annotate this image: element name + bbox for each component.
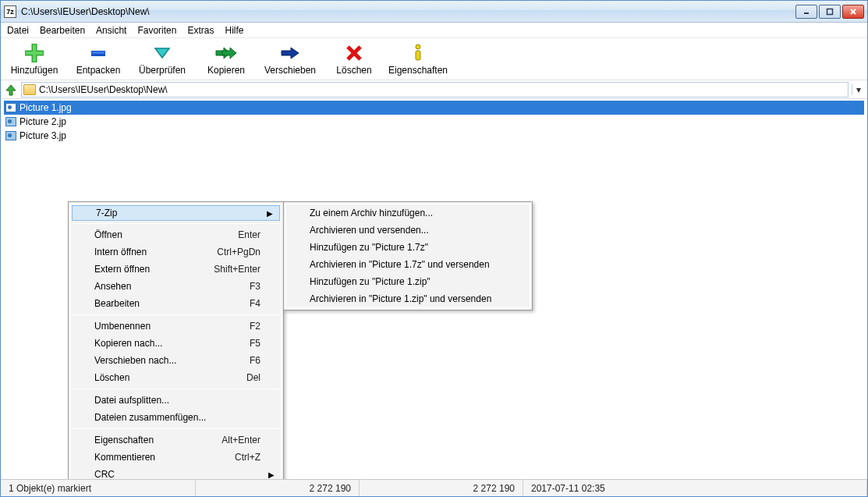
ctx-edit[interactable]: Bearbeiten F4 [71,295,281,312]
titlebar[interactable]: 7z C:\Users\IEUser\Desktop\New\ [1,1,867,23]
folder-icon [23,84,36,95]
file-row[interactable]: Picture 2.jp [4,115,864,129]
add-button[interactable]: Hinzufügen [2,40,66,79]
menu-extras[interactable]: Extras [187,25,214,36]
ctx-label: Datei aufsplitten... [94,395,169,406]
svg-rect-5 [92,51,105,54]
ctx-add-to-7z[interactable]: Hinzufügen zu "Picture 1.7z" [286,239,530,256]
ctx-combine[interactable]: Dateien zusammenfügen... [71,409,281,426]
ctx-label: Archivieren und versenden... [310,225,429,236]
image-file-icon [5,117,16,126]
move-label: Verschieben [264,65,316,76]
ctx-delete[interactable]: Löschen Del [71,369,281,386]
ctx-label: Intern öffnen [94,247,147,257]
copy-button[interactable]: Kopieren [194,40,258,79]
ctx-label: Kopieren nach... [94,338,162,349]
svg-point-12 [416,44,420,49]
path-dropdown-button[interactable]: ▾ [852,84,864,95]
menu-help[interactable]: Hilfe [225,25,243,36]
menubar: Datei Bearbeiten Ansicht Favoriten Extra… [1,23,867,38]
chevron-down-icon: ▾ [856,84,861,95]
ctx-label: Umbenennen [94,321,151,332]
ctx-shortcut: F2 [250,321,260,332]
properties-button[interactable]: Eigenschaften [386,40,450,79]
delete-label: Löschen [336,65,371,76]
ctx-7zip[interactable]: 7-Zip ▶ [72,205,280,221]
file-name: Picture 2.jp [19,116,66,127]
test-button[interactable]: Überprüfen [130,40,194,79]
menu-file[interactable]: Datei [7,25,29,36]
ctx-label: CRC [94,469,115,479]
ctx-split[interactable]: Datei aufsplitten... [71,392,281,409]
ctx-label: Bearbeiten [94,298,140,309]
separator [73,223,279,224]
info-icon [409,43,427,63]
ctx-label: Zu einem Archiv hinzufügen... [310,208,433,218]
app-icon: 7z [4,5,16,18]
ctx-shortcut: F5 [250,338,260,349]
ctx-shortcut: F3 [250,281,260,292]
file-row[interactable]: Picture 3.jp [4,129,864,143]
properties-label: Eigenschaften [388,65,448,76]
status-selection: 1 Objekt(e) markiert [1,480,196,496]
move-arrow-icon [280,43,300,63]
ctx-open-outside[interactable]: Extern öffnen Shift+Enter [71,261,281,278]
move-button[interactable]: Verschieben [258,40,322,79]
minus-icon [89,43,108,63]
file-name: Picture 3.jp [19,130,66,141]
file-row[interactable]: Picture 1.jpg [4,101,864,115]
ctx-add-to-archive[interactable]: Zu einem Archiv hinzufügen... [286,204,530,222]
ctx-compress-zip-email[interactable]: Archivieren in "Picture 1.zip" und verse… [286,290,530,307]
ctx-comment[interactable]: Kommentieren Ctrl+Z [71,449,281,466]
svg-marker-9 [282,48,299,59]
ctx-label: Archivieren in "Picture 1.zip" und verse… [310,293,491,304]
window-controls [795,5,864,19]
ctx-rename[interactable]: Umbenennen F2 [71,318,281,335]
minimize-icon [802,8,810,16]
extract-label: Entpacken [76,65,121,76]
maximize-icon [826,8,834,16]
svg-marker-14 [6,85,16,95]
statusbar: 1 Objekt(e) markiert 2 272 190 2 272 190… [1,479,867,496]
extract-button[interactable]: Entpacken [66,40,130,79]
close-icon [849,8,857,16]
check-down-icon [153,43,172,63]
ctx-label: Dateien zusammenfügen... [94,412,206,423]
minimize-button[interactable] [795,5,817,19]
file-list[interactable]: Picture 1.jpg Picture 2.jp Picture 3.jp … [1,99,867,479]
ctx-label: Kommentieren [94,452,155,463]
path-combobox[interactable]: C:\Users\IEUser\Desktop\New\ [21,82,849,98]
status-size-2: 2 272 190 [360,480,523,496]
ctx-move-to[interactable]: Verschieben nach... F6 [71,352,281,369]
ctx-shortcut: Shift+Enter [214,264,260,275]
ctx-copy-to[interactable]: Kopieren nach... F5 [71,335,281,352]
ctx-label: Hinzufügen zu "Picture 1.zip" [310,276,430,287]
up-button[interactable] [4,83,18,97]
copy-label: Kopieren [207,65,245,76]
close-button[interactable] [842,5,864,19]
menu-edit[interactable]: Bearbeiten [40,25,85,36]
ctx-compress-7z-email[interactable]: Archivieren in "Picture 1.7z" und versen… [286,256,530,273]
svg-rect-1 [827,9,833,14]
ctx-crc[interactable]: CRC ▶ [71,466,281,479]
ctx-view[interactable]: Ansehen F3 [71,278,281,295]
ctx-shortcut: Enter [238,229,260,240]
plus-icon [25,43,44,63]
ctx-open[interactable]: Öffnen Enter [71,226,281,243]
test-label: Überprüfen [139,65,186,76]
ctx-shortcut: Alt+Enter [221,435,260,446]
ctx-compress-email[interactable]: Archivieren und versenden... [286,222,530,239]
path-text: C:\Users\IEUser\Desktop\New\ [39,84,846,95]
ctx-add-to-zip[interactable]: Hinzufügen zu "Picture 1.zip" [286,273,530,290]
svg-rect-13 [416,51,420,60]
ctx-open-inside[interactable]: Intern öffnen Ctrl+PgDn [71,243,281,261]
separator [73,428,279,429]
window-title: C:\Users\IEUser\Desktop\New\ [21,6,795,17]
ctx-shortcut: Ctrl+PgDn [217,247,260,257]
menu-favorites[interactable]: Favoriten [137,25,176,36]
ctx-shortcut: F6 [250,355,260,366]
menu-view[interactable]: Ansicht [96,25,126,36]
maximize-button[interactable] [819,5,841,19]
delete-button[interactable]: Löschen [322,40,386,79]
ctx-properties[interactable]: Eigenschaften Alt+Enter [71,431,281,449]
